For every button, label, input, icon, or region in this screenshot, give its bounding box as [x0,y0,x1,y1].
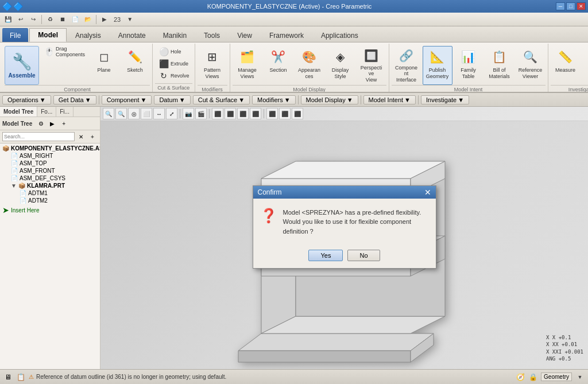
vp-zoom-out[interactable]: 🔍 [115,108,127,119]
qa-redo[interactable]: ↪ [28,14,39,25]
vp-wireframe[interactable]: ⬛ [225,108,236,119]
display-style-button[interactable]: ◈ DisplayStyle [326,46,355,85]
get-data-button[interactable]: Get Data ▼ [53,95,96,104]
tree-item-asm-def[interactable]: 📄 ASM_DEF_CSYS [1,174,99,182]
vp-lighting[interactable]: ⬛ [266,108,278,119]
tree-item-klamra[interactable]: ▼ 📦 KLAMRA.PRT [1,182,99,189]
maximize-button[interactable]: □ [566,2,575,10]
qa-expand[interactable]: ▼ [124,14,136,25]
vp-zoom-box[interactable]: ⬜ [141,108,152,119]
qa-arrow[interactable]: ▶ [99,14,110,25]
tab-annotate[interactable]: Annotate [110,28,154,42]
cmd-investigate[interactable]: Investigate ▼ [421,95,469,104]
vp-camera[interactable]: 🎬 [195,108,207,119]
cmd-component[interactable]: Component ▼ [102,95,152,104]
tab-tools[interactable]: Tools [195,28,229,42]
section-button[interactable]: ✂️ Section [264,46,293,85]
tab-file[interactable]: File [2,28,28,42]
extrude-button[interactable]: ⬛ Extrude [155,58,192,69]
vp-zoom-fit[interactable]: ◎ [128,108,140,119]
qa-save[interactable]: 💾 [2,14,14,25]
status-icon-1: 🖥 [2,371,14,383]
vp-pan[interactable]: ↔ [153,108,165,119]
qa-undo[interactable]: ↩ [15,14,26,25]
tree-item-asm-front[interactable]: 📄 ASM_FRONT [1,167,99,174]
vp-more[interactable]: ⬛ [292,108,303,119]
viewport[interactable]: 🔍 🔍 ◎ ⬜ ↔ ⤢ 📷 🎬 ⬛ ⬛ ⬛ ⬛ ⬛ ⬛ ⬛ [100,107,588,369]
assemble-button[interactable]: 🔧 Assemble [5,46,39,85]
panel-tab-fo[interactable]: Fo... [37,107,56,117]
family-table-button[interactable]: 📊 FamilyTable [454,46,483,85]
tree-expand-button[interactable]: ▶ [47,118,57,129]
cmd-cut-surface[interactable]: Cut & Surface ▼ [193,95,250,104]
pattern-button[interactable]: ⊞ PatternViews [198,46,227,85]
qa-regen[interactable]: ♻ [44,14,56,25]
dialog-close-button[interactable]: ✕ [424,188,431,196]
revolve-button[interactable]: ↻ Revolve [155,70,192,82]
manage-views-button[interactable]: 🗂️ ManageViews [233,46,262,85]
hole-button[interactable]: ⚪ Hole [155,46,192,57]
adtm1-icon: 📄 [20,190,26,196]
viewport-3d[interactable]: X X +0.1 X XX +0.01 X XXI +0.001 ANG +0.… [100,121,588,367]
drag-components-button[interactable]: 🖱️ DragComponents [40,46,88,57]
insert-here-arrow-icon: ➤ [2,205,9,215]
qa-new[interactable]: 📄 [69,14,81,25]
tree-add-button[interactable]: + [59,118,69,129]
dialog-yes-button[interactable]: Yes [308,250,343,261]
tab-view[interactable]: View [229,28,261,42]
tree-item-adtm1[interactable]: 📄 ADTM1 [1,189,99,197]
vp-rotate[interactable]: ⤢ [166,108,177,119]
operations-button[interactable]: Operations ▼ [2,95,51,104]
publish-geometry-icon: 📐 [428,48,447,66]
tree-settings-button[interactable]: ⚙ [36,118,46,129]
investigate-btn1[interactable]: 📏 Measure [551,46,581,85]
tab-applications[interactable]: Applications [312,28,367,42]
status-lock-icon[interactable]: 🔒 [527,371,539,383]
tree-item-adtm2[interactable]: 📄 ADTM2 [1,197,99,204]
qa-open[interactable]: 📂 [82,14,94,25]
dialog-no-button[interactable]: No [347,250,380,261]
tree-root[interactable]: 📦 KOMPONENTY_ELASTYCZNE.ASM [1,145,99,152]
close-button[interactable]: ✕ [577,2,586,10]
component-interface-button[interactable]: 🔗 ComponentInterface [392,46,421,85]
status-nav-icon[interactable]: 🧭 [514,371,526,383]
cmd-model-display[interactable]: Model Display ▼ [301,95,358,104]
bill-of-materials-button[interactable]: 📋 Bill ofMaterials [485,46,514,85]
tab-manikin[interactable]: Manikin [154,28,195,42]
coord-line2: X XX +0.01 [546,341,583,348]
panel-tab-fi[interactable]: Fi... [56,107,74,117]
tree-col-add[interactable]: + [87,131,98,142]
vp-shading[interactable]: ⬛ [212,108,223,119]
status-mode: Geometry [541,373,572,381]
sketch-button[interactable]: ✏️ Sketch [120,46,150,85]
vp-hidden[interactable]: ⬛ [250,108,261,119]
tree-item-asm-top[interactable]: 📄 ASM_TOP [1,160,99,167]
qa-sep1 [41,15,42,24]
vp-zoom-in[interactable]: 🔍 [103,108,114,119]
tree-item-asm-right[interactable]: 📄 ASM_RIGHT [1,152,99,160]
cmd-datum[interactable]: Datum ▼ [154,95,190,104]
vp-edges[interactable]: ⬛ [237,108,249,119]
tree-search-clear[interactable]: ✕ [76,131,86,142]
cmd-modifiers[interactable]: Modifiers ▼ [252,95,296,104]
status-icon-2: 📋 [15,371,26,383]
reference-viewer-button[interactable]: 🔍 ReferenceViewer [516,46,546,85]
status-dropdown[interactable]: ▼ [574,371,586,383]
tree-search-input[interactable] [2,132,75,141]
qa-stop[interactable]: ⏹ [57,14,68,25]
tab-analysis[interactable]: Analysis [67,28,110,42]
tab-model[interactable]: Model [29,28,67,42]
vp-snap[interactable]: 📷 [183,108,194,119]
publish-geometry-button[interactable]: 📐 PublishGeometry [423,46,452,85]
appearances-button[interactable]: 🎨 Appearances [295,46,324,85]
cmd-model-intent[interactable]: Model Intent ▼ [363,95,416,104]
investigate-btn2[interactable]: ℹ️ ModelInfo [582,46,588,85]
perspective-button[interactable]: 🔲 PerspectiveView [357,46,386,85]
vp-color[interactable]: ⬛ [279,108,291,119]
plane-icon: ◻ [95,48,113,66]
tab-framework[interactable]: Framework [261,28,312,42]
minimize-button[interactable]: ─ [556,2,565,10]
plane-button[interactable]: ◻ Plane [89,46,119,85]
panel-tab-model-tree[interactable]: Model Tree [0,107,37,117]
status-text: ⚠ Reference of datum outline (id 361) is… [29,374,512,380]
